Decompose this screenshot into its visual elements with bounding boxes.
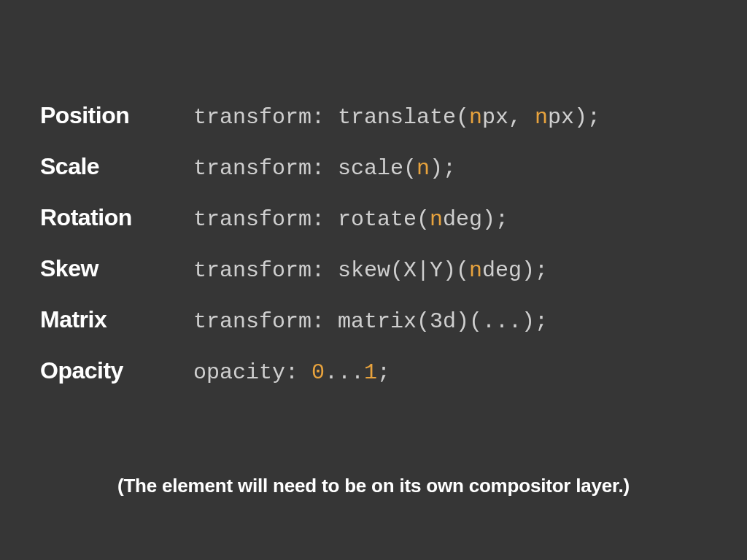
- row-matrix: Matrix transform: matrix(3d)(...);: [40, 306, 707, 334]
- row-code: transform: rotate(ndeg);: [193, 207, 508, 232]
- highlight-token: n: [469, 258, 482, 283]
- highlight-token: n: [535, 105, 548, 130]
- row-scale: Scale transform: scale(n);: [40, 153, 707, 181]
- row-skew: Skew transform: skew(X|Y)(ndeg);: [40, 255, 707, 283]
- highlight-token: 1: [364, 360, 377, 385]
- row-code: opacity: 0...1;: [193, 360, 390, 385]
- highlight-token: n: [417, 156, 430, 181]
- row-code: transform: skew(X|Y)(ndeg);: [193, 258, 548, 283]
- row-position: Position transform: translate(npx, npx);: [40, 102, 707, 130]
- footer-note: (The element will need to be on its own …: [0, 475, 747, 497]
- row-label: Matrix: [40, 306, 193, 333]
- row-label: Skew: [40, 255, 193, 282]
- highlight-token: n: [469, 105, 482, 130]
- row-code: transform: scale(n);: [193, 156, 456, 181]
- row-code: transform: translate(npx, npx);: [193, 105, 600, 130]
- row-label: Position: [40, 102, 193, 129]
- property-list: Position transform: translate(npx, npx);…: [40, 102, 707, 385]
- row-label: Rotation: [40, 204, 193, 231]
- row-opacity: Opacity opacity: 0...1;: [40, 357, 707, 385]
- row-rotation: Rotation transform: rotate(ndeg);: [40, 204, 707, 232]
- highlight-token: n: [430, 207, 443, 232]
- slide: Position transform: translate(npx, npx);…: [0, 0, 747, 560]
- row-label: Scale: [40, 153, 193, 180]
- row-code: transform: matrix(3d)(...);: [193, 309, 548, 334]
- highlight-token: 0: [311, 360, 325, 385]
- row-label: Opacity: [40, 357, 193, 384]
